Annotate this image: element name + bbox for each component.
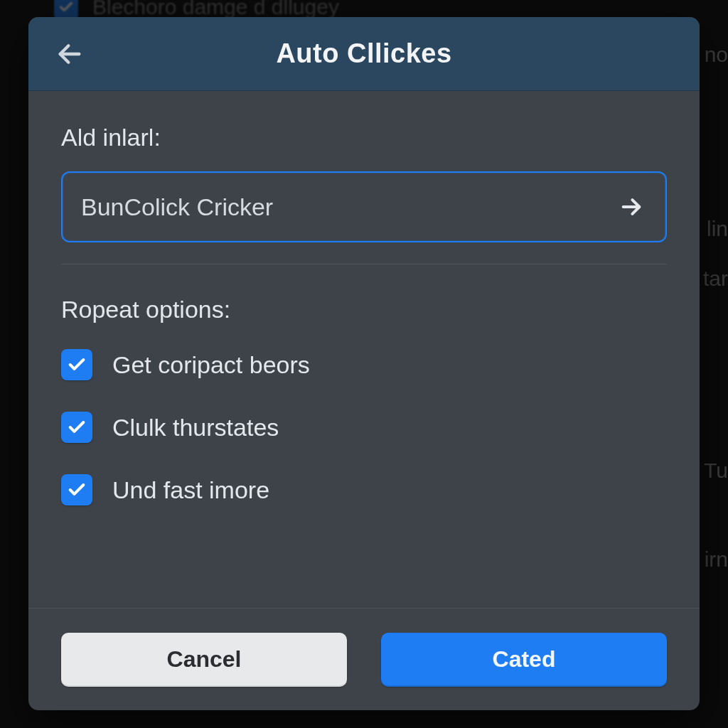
bg-fragment: tar bbox=[703, 267, 728, 291]
auto-clickers-modal: Auto Cllickes Ald inlarl: Ropeat options… bbox=[28, 17, 700, 710]
bg-checkbox bbox=[54, 0, 78, 19]
bg-fragment: lin bbox=[707, 217, 728, 241]
name-input[interactable] bbox=[81, 193, 616, 221]
input-field-label: Ald inlarl: bbox=[61, 124, 667, 151]
modal-header: Auto Cllickes bbox=[28, 17, 700, 91]
option-label-2: Und fast imore bbox=[112, 476, 269, 504]
divider bbox=[61, 264, 667, 264]
check-icon bbox=[67, 480, 87, 500]
check-icon bbox=[67, 417, 87, 437]
option-row-1: Clulk thurstates bbox=[61, 412, 667, 443]
option-row-0: Get coripact beors bbox=[61, 349, 667, 380]
option-label-0: Get coripact beors bbox=[112, 351, 310, 379]
name-input-container[interactable] bbox=[61, 171, 667, 242]
bg-item-label: Blechoro damge d dllugey bbox=[92, 0, 339, 19]
check-icon bbox=[67, 355, 87, 375]
bg-fragment: irn bbox=[705, 547, 728, 572]
option-label-1: Clulk thurstates bbox=[112, 414, 279, 441]
arrow-left-icon bbox=[55, 40, 84, 68]
option-row-2: Und fast imore bbox=[61, 474, 667, 505]
confirm-button[interactable]: Cated bbox=[381, 633, 667, 687]
back-button[interactable] bbox=[50, 34, 90, 74]
bg-fragment: no bbox=[705, 43, 728, 67]
input-go-button[interactable] bbox=[616, 191, 647, 223]
option-checkbox-0[interactable] bbox=[61, 349, 92, 380]
arrow-right-icon bbox=[619, 195, 643, 219]
option-checkbox-1[interactable] bbox=[61, 412, 92, 443]
options-section-label: Ropeat options: bbox=[61, 296, 667, 323]
cancel-button[interactable]: Cancel bbox=[61, 633, 347, 687]
modal-body: Ald inlarl: Ropeat options: Get coripact… bbox=[28, 91, 700, 608]
option-checkbox-2[interactable] bbox=[61, 474, 92, 505]
modal-footer: Cancel Cated bbox=[28, 608, 700, 710]
modal-title: Auto Cllickes bbox=[28, 38, 700, 69]
bg-fragment: Tu bbox=[704, 459, 728, 483]
